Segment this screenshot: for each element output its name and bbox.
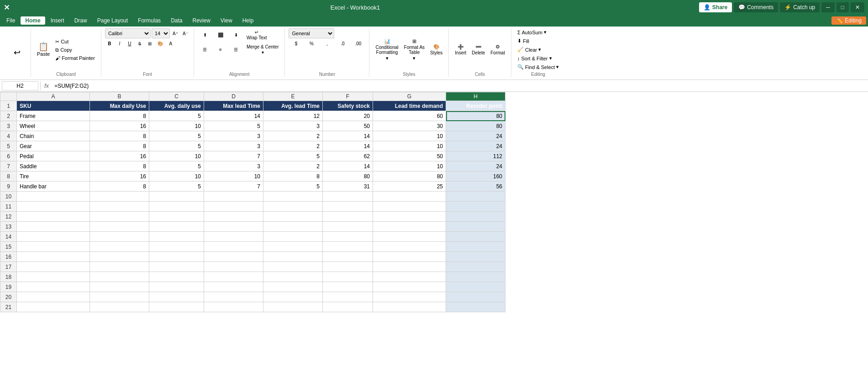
cell-D3[interactable]: 5 (204, 121, 263, 131)
menu-formulas[interactable]: Formulas (133, 16, 165, 25)
cell-A10[interactable] (17, 192, 90, 202)
minimize-button[interactable]: ─ (821, 2, 835, 12)
cell-B5[interactable]: 8 (90, 141, 149, 151)
cell-C8[interactable]: 10 (149, 171, 204, 181)
cell-G9[interactable]: 25 (373, 181, 446, 192)
decrease-decimal-button[interactable]: .0 (335, 40, 350, 48)
row-header-19[interactable]: 19 (0, 282, 17, 292)
menu-file[interactable]: File (2, 16, 20, 25)
percent-button[interactable]: % (304, 40, 319, 48)
format-button[interactable]: ⚙ Format (488, 38, 507, 61)
row-header-2[interactable]: 2 (0, 111, 17, 121)
cell-E9[interactable]: 5 (263, 181, 323, 192)
cell-C9[interactable]: 5 (149, 181, 204, 192)
cell-D1[interactable]: Max lead Time (204, 101, 263, 111)
increase-decimal-button[interactable]: .00 (351, 40, 365, 48)
wrap-text-button[interactable]: ↵ Wrap Text (244, 28, 269, 42)
comma-button[interactable]: , (320, 40, 334, 48)
cell-D5[interactable]: 3 (204, 141, 263, 151)
close-button[interactable]: ✕ (851, 2, 864, 12)
cell-E5[interactable]: 2 (263, 141, 323, 151)
align-left-button[interactable]: ☰ (198, 46, 212, 53)
cell-F1[interactable]: Safety stock (323, 101, 373, 111)
cell-D8[interactable]: 10 (204, 171, 263, 181)
cell-E7[interactable]: 2 (263, 161, 323, 171)
cell-C5[interactable]: 5 (149, 141, 204, 151)
cell-H5[interactable]: 24 (446, 141, 505, 151)
cell-D4[interactable]: 3 (204, 131, 263, 141)
borders-button[interactable]: ⊞ (145, 40, 154, 48)
row-header-8[interactable]: 8 (0, 171, 17, 181)
cell-C4[interactable]: 5 (149, 131, 204, 141)
cell-E3[interactable]: 3 (263, 121, 323, 131)
clear-button[interactable]: 🧹 Clear▾ (515, 46, 561, 53)
menu-home[interactable]: Home (21, 16, 45, 25)
menu-view[interactable]: View (216, 16, 237, 25)
menu-draw[interactable]: Draw (70, 16, 92, 25)
cell-B6[interactable]: 16 (90, 151, 149, 161)
format-painter-button[interactable]: 🖌 Format Painter (53, 54, 97, 62)
cell-A5[interactable]: Gear (17, 141, 90, 151)
cell-B7[interactable]: 8 (90, 161, 149, 171)
cell-F8[interactable]: 80 (323, 171, 373, 181)
formula-input[interactable] (53, 82, 866, 90)
cell-E8[interactable]: 8 (263, 171, 323, 181)
row-header-4[interactable]: 4 (0, 131, 17, 141)
cell-C6[interactable]: 10 (149, 151, 204, 161)
menu-page-layout[interactable]: Page Layout (93, 16, 132, 25)
cell-F4[interactable]: 14 (323, 131, 373, 141)
fill-color-button[interactable]: 🎨 (155, 40, 165, 48)
styles-button[interactable]: 🎨 Styles (428, 38, 445, 61)
cell-D6[interactable]: 7 (204, 151, 263, 161)
row-header-21[interactable]: 21 (0, 302, 17, 312)
col-header-E[interactable]: E (263, 92, 323, 101)
cell-A8[interactable]: Tire (17, 171, 90, 181)
align-middle-button[interactable]: ⬛ (213, 31, 228, 39)
cell-G3[interactable]: 30 (373, 121, 446, 131)
insert-button[interactable]: ➕ Insert (452, 38, 468, 61)
cell-A6[interactable]: Pedal (17, 151, 90, 161)
cell-A4[interactable]: Chain (17, 131, 90, 141)
number-format-select[interactable]: General (289, 28, 334, 38)
row-header-11[interactable]: 11 (0, 202, 17, 212)
autosum-button[interactable]: Σ AutoSum▾ (515, 28, 561, 36)
cell-H6[interactable]: 112 (446, 151, 505, 161)
cell-D9[interactable]: 7 (204, 181, 263, 192)
find-select-button[interactable]: 🔍 Find & Select▾ (515, 63, 561, 71)
cell-A3[interactable]: Wheel (17, 121, 90, 131)
bold-button[interactable]: B (105, 40, 114, 48)
cell-D7[interactable]: 3 (204, 161, 263, 171)
row-header-5[interactable]: 5 (0, 141, 17, 151)
cell-G2[interactable]: 60 (373, 111, 446, 121)
cell-D2[interactable]: 14 (204, 111, 263, 121)
cell-C1[interactable]: Avg. daily use (149, 101, 204, 111)
cell-F5[interactable]: 14 (323, 141, 373, 151)
cell-E1[interactable]: Avg. lead Time (263, 101, 323, 111)
row-header-18[interactable]: 18 (0, 272, 17, 282)
align-bottom-button[interactable]: ⬇ (229, 31, 243, 39)
share-button[interactable]: 👤 Share (699, 2, 732, 12)
row-header-7[interactable]: 7 (0, 161, 17, 171)
align-center-button[interactable]: ≡ (213, 46, 228, 53)
cell-H7[interactable]: 24 (446, 161, 505, 171)
cell-H3[interactable]: 80 (446, 121, 505, 131)
cell-G6[interactable]: 50 (373, 151, 446, 161)
fill-button[interactable]: ⬇ Fill (515, 37, 561, 45)
maximize-button[interactable]: □ (836, 2, 849, 12)
cell-E4[interactable]: 2 (263, 131, 323, 141)
align-right-button[interactable]: ☰ (229, 46, 243, 53)
cut-button[interactable]: ✂ Cut (53, 38, 97, 46)
row-header-16[interactable]: 16 (0, 252, 17, 262)
row-header-9[interactable]: 9 (0, 181, 17, 192)
menu-help[interactable]: Help (238, 16, 258, 25)
paste-button[interactable]: 📋 Paste (35, 38, 52, 61)
cell-A2[interactable]: Frame (17, 111, 90, 121)
increase-font-button[interactable]: A⁺ (171, 30, 180, 37)
row-header-20[interactable]: 20 (0, 292, 17, 302)
cell-H4[interactable]: 24 (446, 131, 505, 141)
row-header-10[interactable]: 10 (0, 192, 17, 202)
cell-A7[interactable]: Saddle (17, 161, 90, 171)
copy-button[interactable]: ⧉ Copy (53, 46, 97, 54)
row-header-15[interactable]: 15 (0, 242, 17, 252)
row-header-13[interactable]: 13 (0, 222, 17, 232)
